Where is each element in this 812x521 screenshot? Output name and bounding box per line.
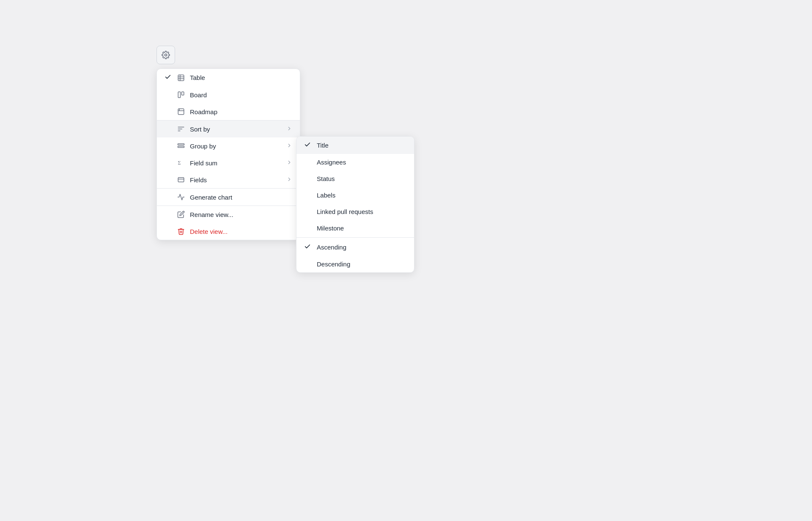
fieldsum-icon: Σ — [177, 159, 185, 167]
fields-icon — [177, 176, 185, 184]
sort-field-assignees[interactable]: Assignees — [296, 154, 414, 170]
sort-field-linked-pr-label: Linked pull requests — [317, 208, 373, 215]
gear-button[interactable] — [156, 46, 175, 64]
trash-icon — [177, 228, 185, 235]
sort-field-title[interactable]: Title — [296, 137, 414, 154]
sort-by-chevron — [286, 126, 292, 133]
check-icon-title — [304, 141, 312, 149]
fields-label: Fields — [190, 176, 281, 184]
svg-rect-7 — [178, 109, 184, 115]
scene: Table Board Roadmap — [0, 0, 812, 521]
fields-chevron — [286, 176, 292, 184]
svg-rect-15 — [178, 146, 184, 148]
ascending-label: Ascending — [317, 244, 346, 251]
generate-chart-label: Generate chart — [190, 194, 292, 201]
action-section: Rename view... Delete view... — [157, 206, 300, 240]
group-icon — [177, 142, 185, 150]
sort-fields-section: Title Assignees Status Labels Linked pul… — [296, 137, 414, 236]
menu-item-generate-chart[interactable]: Generate chart — [157, 189, 300, 206]
view-section: Table Board Roadmap — [157, 69, 300, 121]
svg-text:Σ: Σ — [178, 160, 181, 166]
svg-point-0 — [165, 54, 167, 56]
pencil-icon — [177, 211, 185, 218]
sort-by-label: Sort by — [190, 126, 281, 133]
svg-rect-1 — [178, 75, 184, 81]
svg-rect-5 — [178, 92, 180, 98]
sort-submenu-divider — [296, 237, 414, 238]
svg-rect-14 — [178, 144, 184, 145]
utility-section: Generate chart — [157, 189, 300, 206]
main-menu: Table Board Roadmap — [156, 69, 300, 240]
check-icon-table — [165, 74, 172, 82]
svg-rect-6 — [182, 92, 184, 95]
menu-item-fields[interactable]: Fields — [157, 171, 300, 188]
menu-item-roadmap[interactable]: Roadmap — [157, 103, 300, 120]
board-icon — [177, 91, 185, 99]
sort-field-linked-pull-requests[interactable]: Linked pull requests — [296, 203, 414, 220]
board-label: Board — [190, 91, 292, 99]
field-sum-label: Field sum — [190, 159, 281, 167]
menu-item-board[interactable]: Board — [157, 86, 300, 103]
sort-field-assignees-label: Assignees — [317, 159, 346, 166]
roadmap-icon — [177, 108, 185, 115]
group-by-label: Group by — [190, 143, 281, 150]
menu-item-rename-view[interactable]: Rename view... — [157, 206, 300, 223]
sort-submenu: Title Assignees Status Labels Linked pul… — [296, 136, 414, 273]
field-sum-chevron — [286, 159, 292, 167]
rename-view-label: Rename view... — [190, 211, 292, 218]
sort-field-title-label: Title — [317, 142, 329, 149]
menu-item-table[interactable]: Table — [157, 69, 300, 86]
chart-icon — [177, 193, 185, 201]
group-by-chevron — [286, 143, 292, 150]
gear-icon — [162, 51, 170, 59]
menu-item-group-by[interactable]: Group by — [157, 137, 300, 154]
table-icon — [177, 74, 185, 82]
svg-rect-17 — [178, 178, 184, 182]
delete-view-label: Delete view... — [190, 228, 292, 235]
order-options-section: Ascending Descending — [296, 239, 414, 272]
check-icon-ascending — [304, 243, 312, 251]
descending-label: Descending — [317, 260, 350, 268]
sort-field-milestone[interactable]: Milestone — [296, 220, 414, 236]
sort-field-milestone-label: Milestone — [317, 225, 344, 232]
sort-field-labels[interactable]: Labels — [296, 187, 414, 203]
menu-item-sort-by[interactable]: Sort by — [157, 121, 300, 137]
menu-item-field-sum[interactable]: Σ Field sum — [157, 154, 300, 171]
config-section: Sort by Group by — [157, 121, 300, 189]
sort-icon — [177, 125, 185, 133]
sort-order-ascending[interactable]: Ascending — [296, 239, 414, 256]
table-label: Table — [190, 74, 292, 81]
roadmap-label: Roadmap — [190, 108, 292, 115]
sort-order-descending[interactable]: Descending — [296, 256, 414, 272]
sort-field-status[interactable]: Status — [296, 170, 414, 187]
sort-field-labels-label: Labels — [317, 192, 335, 199]
menu-item-delete-view[interactable]: Delete view... — [157, 223, 300, 240]
sort-field-status-label: Status — [317, 175, 335, 182]
